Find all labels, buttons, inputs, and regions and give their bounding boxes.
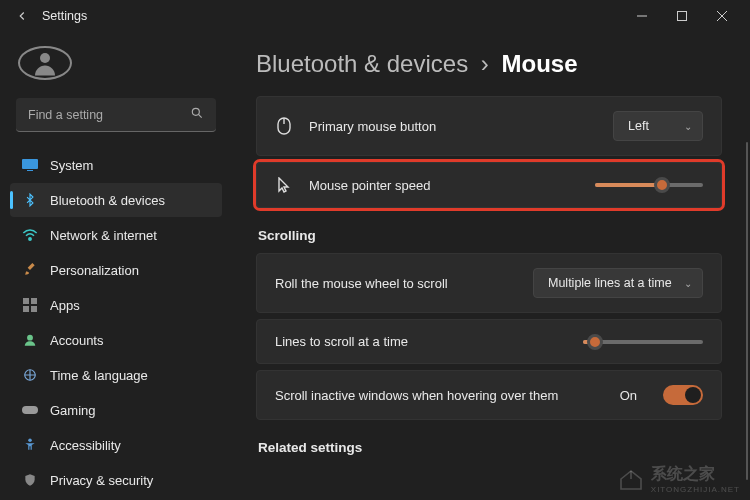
setting-label: Lines to scroll at a time xyxy=(275,334,408,349)
watermark: 系统之家 XITONGZHIJIA.NET xyxy=(617,464,740,494)
select-value: Multiple lines at a time xyxy=(548,276,672,290)
chevron-down-icon: ⌄ xyxy=(684,278,692,289)
svg-point-14 xyxy=(27,335,33,341)
setting-label: Scroll inactive windows when hovering ov… xyxy=(275,388,558,403)
inactive-scroll-row: Scroll inactive windows when hovering ov… xyxy=(256,370,722,420)
mouse-pointer-speed-row: Mouse pointer speed xyxy=(256,162,722,208)
sidebar-item-time-language[interactable]: Time & language xyxy=(10,358,222,392)
svg-rect-16 xyxy=(22,406,38,414)
shield-icon xyxy=(22,472,38,488)
account-icon xyxy=(22,332,38,348)
sidebar-item-label: Gaming xyxy=(50,403,96,418)
sidebar: Find a setting System Bluetooth & device… xyxy=(0,32,228,500)
svg-rect-8 xyxy=(27,170,33,171)
sidebar-item-privacy[interactable]: Privacy & security xyxy=(10,463,222,497)
breadcrumb: Bluetooth & devices › Mouse xyxy=(256,50,722,78)
slider-thumb[interactable] xyxy=(654,177,670,193)
svg-rect-12 xyxy=(23,306,29,312)
back-button[interactable] xyxy=(8,9,36,23)
setting-label: Primary mouse button xyxy=(309,119,436,134)
monitor-icon xyxy=(22,157,38,173)
sidebar-item-accounts[interactable]: Accounts xyxy=(10,323,222,357)
scrolling-heading: Scrolling xyxy=(258,228,722,243)
sidebar-item-label: System xyxy=(50,158,93,173)
maximize-button[interactable] xyxy=(662,0,702,32)
wheel-scroll-row: Roll the mouse wheel to scroll Multiple … xyxy=(256,253,722,313)
scrollbar[interactable] xyxy=(746,142,748,480)
pointer-speed-slider[interactable] xyxy=(595,183,703,187)
clock-globe-icon xyxy=(22,367,38,383)
lines-at-time-slider[interactable] xyxy=(583,340,703,344)
gaming-icon xyxy=(22,402,38,418)
main-content: Bluetooth & devices › Mouse Primary mous… xyxy=(228,32,750,500)
slider-thumb[interactable] xyxy=(587,334,603,350)
apps-icon xyxy=(22,297,38,313)
sidebar-item-label: Personalization xyxy=(50,263,139,278)
sidebar-item-label: Apps xyxy=(50,298,80,313)
sidebar-item-label: Network & internet xyxy=(50,228,157,243)
titlebar: Settings xyxy=(0,0,750,32)
primary-mouse-button-row: Primary mouse button Left ⌄ xyxy=(256,96,722,156)
inactive-scroll-toggle[interactable] xyxy=(663,385,703,405)
chevron-right-icon: › xyxy=(481,50,489,77)
svg-point-17 xyxy=(28,439,32,443)
wheel-scroll-select[interactable]: Multiple lines at a time ⌄ xyxy=(533,268,703,298)
close-button[interactable] xyxy=(702,0,742,32)
pointer-icon xyxy=(275,177,293,193)
search-input[interactable]: Find a setting xyxy=(16,98,216,132)
breadcrumb-parent[interactable]: Bluetooth & devices xyxy=(256,50,468,77)
svg-rect-10 xyxy=(23,298,29,304)
accessibility-icon xyxy=(22,437,38,453)
toggle-state-text: On xyxy=(620,388,637,403)
sidebar-item-label: Accounts xyxy=(50,333,103,348)
lines-at-time-row: Lines to scroll at a time xyxy=(256,319,722,364)
brush-icon xyxy=(22,262,38,278)
select-value: Left xyxy=(628,119,649,133)
window-title: Settings xyxy=(42,9,87,23)
svg-line-6 xyxy=(198,114,201,117)
sidebar-item-accessibility[interactable]: Accessibility xyxy=(10,428,222,462)
primary-button-select[interactable]: Left ⌄ xyxy=(613,111,703,141)
sidebar-item-bluetooth-devices[interactable]: Bluetooth & devices xyxy=(10,183,222,217)
sidebar-item-label: Time & language xyxy=(50,368,148,383)
svg-rect-13 xyxy=(31,306,37,312)
sidebar-item-apps[interactable]: Apps xyxy=(10,288,222,322)
svg-rect-7 xyxy=(22,159,38,169)
related-settings-heading: Related settings xyxy=(258,440,722,455)
nav-list: System Bluetooth & devices Network & int… xyxy=(10,148,222,497)
svg-point-4 xyxy=(40,53,50,63)
sidebar-item-label: Accessibility xyxy=(50,438,121,453)
avatar[interactable] xyxy=(18,46,72,80)
wifi-icon xyxy=(22,227,38,243)
sidebar-item-label: Bluetooth & devices xyxy=(50,193,165,208)
bluetooth-icon xyxy=(22,192,38,208)
settings-window: Settings Find a setting System Blueto xyxy=(0,0,750,500)
setting-label: Mouse pointer speed xyxy=(309,178,430,193)
svg-point-5 xyxy=(192,108,199,115)
search-icon xyxy=(190,106,204,123)
setting-label: Roll the mouse wheel to scroll xyxy=(275,276,448,291)
search-placeholder: Find a setting xyxy=(28,108,103,122)
svg-rect-1 xyxy=(678,12,687,21)
chevron-down-icon: ⌄ xyxy=(684,121,692,132)
minimize-button[interactable] xyxy=(622,0,662,32)
breadcrumb-current: Mouse xyxy=(501,50,577,77)
sidebar-item-personalization[interactable]: Personalization xyxy=(10,253,222,287)
sidebar-item-network[interactable]: Network & internet xyxy=(10,218,222,252)
toggle-knob xyxy=(685,387,701,403)
sidebar-item-system[interactable]: System xyxy=(10,148,222,182)
sidebar-item-gaming[interactable]: Gaming xyxy=(10,393,222,427)
sidebar-item-label: Privacy & security xyxy=(50,473,153,488)
svg-point-9 xyxy=(29,238,31,240)
svg-rect-11 xyxy=(31,298,37,304)
mouse-icon xyxy=(275,117,293,135)
